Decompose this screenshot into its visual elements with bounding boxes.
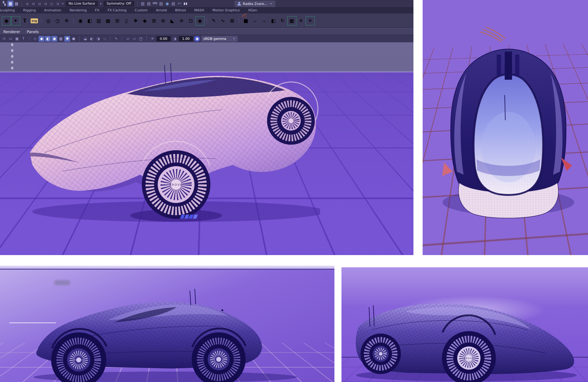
symmetry-field[interactable]: Symmetry: Off [104,1,134,6]
measure-tool-icon[interactable]: ◎ [44,17,52,25]
curve-points-icon[interactable]: ∿ [219,17,227,25]
snap-projected-center-icon[interactable]: ∪ [43,1,49,7]
circle-grid-icon[interactable]: ◉ [196,17,204,25]
tab-fx[interactable]: FX [91,8,104,13]
snap-view-plane-icon[interactable]: ◇ [49,1,55,7]
checker-map-icon[interactable]: ▦ [58,36,64,42]
lighting-mode-icon[interactable]: ◉ [51,36,57,42]
sheet-stack-icon[interactable]: ≋ [178,17,186,25]
tab-sculpting[interactable]: Sculpting [0,8,19,13]
copy-layer-icon[interactable]: ▱ [131,36,137,42]
snap-caret-icon[interactable]: ▾ [61,2,65,5]
sphere-ring-icon[interactable]: ◉ [77,17,85,25]
snap-point-icon[interactable]: ∪ [36,1,43,7]
exposure-icon[interactable]: ✳ [149,36,155,42]
film-gate-icon[interactable]: ▭ [8,36,13,42]
crop-region-icon[interactable]: ◳ [138,36,144,42]
paint-effects-icon[interactable]: ✄ [176,1,183,7]
wheel-spokes-icon[interactable]: ⊛ [159,17,167,25]
type-tool-icon[interactable]: T [21,17,29,25]
poly-pipe-icon[interactable]: ▯ [123,17,130,25]
user-account-button[interactable]: Radka Zvaro... ▾ [235,1,275,7]
fold-plane-icon[interactable]: ◣ [168,17,176,25]
hypershade-icon[interactable]: ◉ [164,1,170,7]
isolate-icon[interactable]: ▫ [102,36,107,42]
render-settings-icon[interactable]: ▤ [170,1,176,7]
pause-icon[interactable]: ▮▮ [183,1,189,7]
tab-mash[interactable]: MASH [190,8,208,13]
box-pencil-icon[interactable]: ⊠ [228,17,236,25]
image-plane-icon[interactable]: ▣ [14,36,20,42]
tab-arnold[interactable]: Arnold [152,8,171,13]
tab-bifrost[interactable]: Bifrost [171,8,190,13]
view-transform-select[interactable]: sRGB gamma ▾ [202,36,238,42]
rebuild-surface-icon[interactable]: ↻ [279,17,287,25]
render-frame-icon[interactable]: ▤ [146,1,152,7]
grid-dots-icon[interactable]: ▦ [104,17,112,25]
side-view-viewport[interactable]: PROVE [0,265,334,382]
default-light-icon[interactable]: ✺ [64,36,70,42]
tab-rigging[interactable]: Rigging [19,8,40,13]
lattice-box-icon[interactable]: ⊡ [187,17,195,25]
half-tone-icon[interactable]: ◑ [95,36,101,42]
panels-menu[interactable]: Panels [24,30,42,34]
wireframe-mode-icon[interactable]: ◇ [32,36,38,42]
quad-grid-icon[interactable]: ⊞ [113,17,121,25]
diamond-sheet-icon[interactable]: ❖ [132,17,140,25]
snap-curve-icon[interactable]: ∪ [30,1,36,7]
clock-xyz-icon[interactable]: ◷ [54,17,62,25]
tab-custom[interactable]: Custom [131,8,152,13]
tab-rendering[interactable]: Rendering [66,8,91,13]
intersect-surface-icon[interactable]: ✕ [306,17,314,25]
contrast-icon[interactable]: ◑ [172,36,178,42]
car-wireframe-perspective: PROVE [26,61,320,223]
poly-cube-icon[interactable]: ◆ [141,17,149,25]
nurbs-surface-icon[interactable]: ⌣ [251,17,259,25]
snowflake-icon[interactable]: ❄ [63,17,71,25]
textured-mode-icon[interactable]: ◐ [45,36,51,42]
snap-grid-icon[interactable]: ∪ [24,1,30,7]
select-cursor-icon[interactable]: ↖ [113,36,119,42]
pencil-curve-icon[interactable]: ✎ [210,17,218,25]
polygon-sphere-icon[interactable]: ◉ [2,17,10,25]
select-hierarchy-icon[interactable]: ▚ [1,1,7,7]
gamma-field[interactable]: 1.00 [179,36,193,41]
ipr-render-icon[interactable]: IPR [152,1,158,7]
live-surface-field[interactable]: No Live Surface [66,1,98,6]
ao-icon[interactable]: ◒ [82,36,88,42]
make-live-icon[interactable]: ∪ [55,1,61,7]
motion-blur-icon[interactable]: ◐ [89,36,95,42]
quarter-view-viewport[interactable]: PROVE [341,267,588,382]
nurbs-plane-icon[interactable]: ■ [242,17,250,25]
nurbs-surface-2-icon[interactable]: ⌣ [260,17,268,25]
shaded-mode-icon[interactable]: ◆ [39,36,44,42]
select-object-icon[interactable]: ▦ [7,1,13,7]
cross-section-icon[interactable]: ✕ [297,17,305,25]
lattice-icon[interactable]: ⊞ [150,17,158,25]
select-component-icon[interactable]: ▩ [13,1,20,7]
sparkle-star-icon[interactable]: ✦ [12,17,20,25]
symmetry-caret-icon[interactable]: ▾ [99,2,103,5]
render-sequence-icon[interactable]: ▤ [158,1,164,7]
shadows-icon[interactable]: ● [71,36,77,42]
exposure-field[interactable]: 0.00 [156,36,171,41]
tab-fx-caching[interactable]: FX Caching [104,8,131,13]
checker-square-icon[interactable]: ▦ [288,17,296,25]
grid-toggle-icon[interactable]: ⊞ [1,36,7,42]
gamma-on-icon[interactable]: ◉ [194,36,200,42]
separator [74,18,74,23]
poly-cylinder-icon[interactable]: ▥ [95,17,103,25]
renderer-menu[interactable]: Renderer [1,30,23,34]
nurbs-cube-icon[interactable]: ◧ [270,17,277,25]
poly-count-hud: 0 0 0 0 0 [11,43,13,72]
quad-layout-icon[interactable]: ◧ [86,17,94,25]
render-view-icon[interactable]: ▤ [140,1,146,7]
tab-xgen[interactable]: XGen [244,8,262,13]
svg-tool-icon[interactable]: svg [31,18,38,23]
tab-motion-graphics[interactable]: Motion Graphics [209,8,244,13]
perspective-viewport[interactable]: PROVE 0 0 0 0 0 [0,42,413,255]
duplicate-layer-icon[interactable]: ▱ [125,36,131,42]
hud-text-icon[interactable]: T [21,36,26,42]
tab-animation[interactable]: Animation [40,8,66,13]
top-view-viewport[interactable] [423,0,588,255]
